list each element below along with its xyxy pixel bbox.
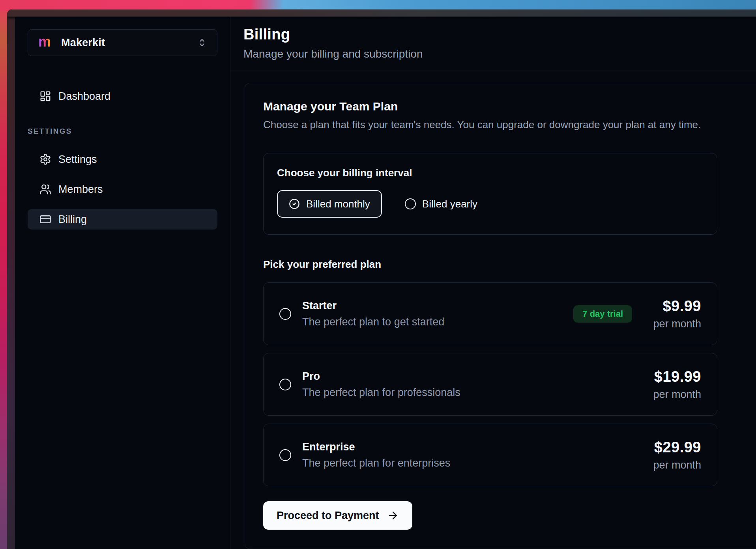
page-content: Manage your Team Plan Choose a plan that… bbox=[230, 71, 756, 549]
plan-period: per month bbox=[648, 459, 701, 471]
plan-description: The perfect plan for enterprises bbox=[302, 457, 450, 469]
billed-monthly-option[interactable]: Billed monthly bbox=[277, 190, 382, 218]
proceed-to-payment-button[interactable]: Proceed to Payment bbox=[263, 501, 412, 530]
window-title-bar bbox=[7, 9, 756, 17]
main-content: Billing Manage your billing and subscrip… bbox=[230, 17, 756, 549]
sidebar-item-label: Dashboard bbox=[58, 90, 110, 103]
sidebar: m Makerkit Dashboard bbox=[15, 17, 230, 549]
proceed-to-payment-label: Proceed to Payment bbox=[277, 510, 379, 522]
plan-price: $29.99 bbox=[648, 439, 701, 456]
gear-icon bbox=[39, 153, 51, 165]
price-block: $9.99 per month bbox=[648, 298, 701, 330]
radio-circle-icon bbox=[405, 198, 416, 209]
sidebar-item-dashboard[interactable]: Dashboard bbox=[28, 86, 217, 106]
plan-info: Pro The perfect plan for professionals bbox=[302, 370, 460, 399]
plan-pricing: $29.99 per month bbox=[648, 439, 701, 471]
plan-row-pro[interactable]: Pro The perfect plan for professionals $… bbox=[263, 353, 717, 416]
plan-description: The perfect plan for professionals bbox=[302, 387, 460, 399]
plan-period: per month bbox=[648, 318, 701, 330]
plan-row-enterprise[interactable]: Enterprise The perfect plan for enterpri… bbox=[263, 424, 717, 486]
plan-pricing: 7 day trial $9.99 per month bbox=[573, 298, 701, 330]
card-title: Manage your Team Plan bbox=[263, 100, 756, 113]
plan-name: Starter bbox=[302, 300, 444, 312]
plan-radio-starter[interactable] bbox=[279, 308, 291, 320]
page-header: Billing Manage your billing and subscrip… bbox=[230, 17, 756, 71]
billed-yearly-label: Billed yearly bbox=[422, 198, 477, 210]
plan-radio-pro[interactable] bbox=[279, 379, 291, 390]
sidebar-item-label: Settings bbox=[58, 153, 97, 166]
app-window: m Makerkit Dashboard bbox=[7, 9, 756, 549]
credit-card-icon bbox=[39, 213, 51, 225]
window-left-edge bbox=[7, 9, 15, 549]
trial-badge: 7 day trial bbox=[573, 305, 632, 323]
billing-interval-options: Billed monthly Billed yearly bbox=[277, 190, 704, 218]
billing-interval-label: Choose your billing interval bbox=[277, 167, 704, 179]
page-title: Billing bbox=[243, 26, 740, 43]
layout-dashboard-icon bbox=[39, 90, 51, 102]
sidebar-item-label: Members bbox=[58, 183, 103, 196]
makerkit-logo: m bbox=[38, 35, 51, 49]
team-plan-card: Manage your Team Plan Choose a plan that… bbox=[245, 83, 756, 549]
plan-name: Pro bbox=[302, 370, 460, 383]
price-block: $19.99 per month bbox=[648, 368, 701, 401]
plan-price: $19.99 bbox=[648, 368, 701, 385]
plan-row-starter[interactable]: Starter The perfect plan to get started … bbox=[263, 282, 717, 345]
pick-plan-label: Pick your preferred plan bbox=[263, 258, 717, 271]
sidebar-item-members[interactable]: Members bbox=[28, 179, 217, 200]
price-block: $29.99 per month bbox=[648, 439, 701, 471]
plan-pricing: $19.99 per month bbox=[648, 368, 701, 401]
billed-monthly-label: Billed monthly bbox=[306, 198, 370, 210]
plan-description: The perfect plan to get started bbox=[302, 316, 444, 328]
sidebar-nav: Dashboard SETTINGS Settings bbox=[28, 86, 217, 230]
chevrons-up-down-icon bbox=[197, 38, 207, 47]
billed-yearly-option[interactable]: Billed yearly bbox=[405, 198, 477, 210]
plan-info: Enterprise The perfect plan for enterpri… bbox=[302, 441, 450, 469]
workspace-name: Makerkit bbox=[61, 37, 105, 49]
sidebar-item-settings[interactable]: Settings bbox=[28, 149, 217, 170]
sidebar-item-billing[interactable]: Billing bbox=[28, 209, 217, 230]
page-subtitle: Manage your billing and subscription bbox=[243, 48, 740, 60]
plan-info: Starter The perfect plan to get started bbox=[302, 300, 444, 328]
workspace-selector[interactable]: m Makerkit bbox=[28, 29, 217, 56]
card-subtitle: Choose a plan that fits your team's need… bbox=[263, 119, 756, 131]
users-icon bbox=[39, 183, 51, 195]
billing-interval-group: Choose your billing interval Billed mont… bbox=[263, 153, 717, 235]
plan-radio-enterprise[interactable] bbox=[279, 449, 291, 461]
arrow-right-icon bbox=[387, 510, 399, 521]
circle-check-icon bbox=[289, 198, 300, 209]
sidebar-section-settings: SETTINGS bbox=[28, 127, 217, 136]
plan-name: Enterprise bbox=[302, 441, 450, 453]
app-root: m Makerkit Dashboard bbox=[15, 17, 756, 549]
plan-period: per month bbox=[648, 388, 701, 401]
sidebar-item-label: Billing bbox=[58, 213, 87, 226]
plan-price: $9.99 bbox=[648, 298, 701, 315]
